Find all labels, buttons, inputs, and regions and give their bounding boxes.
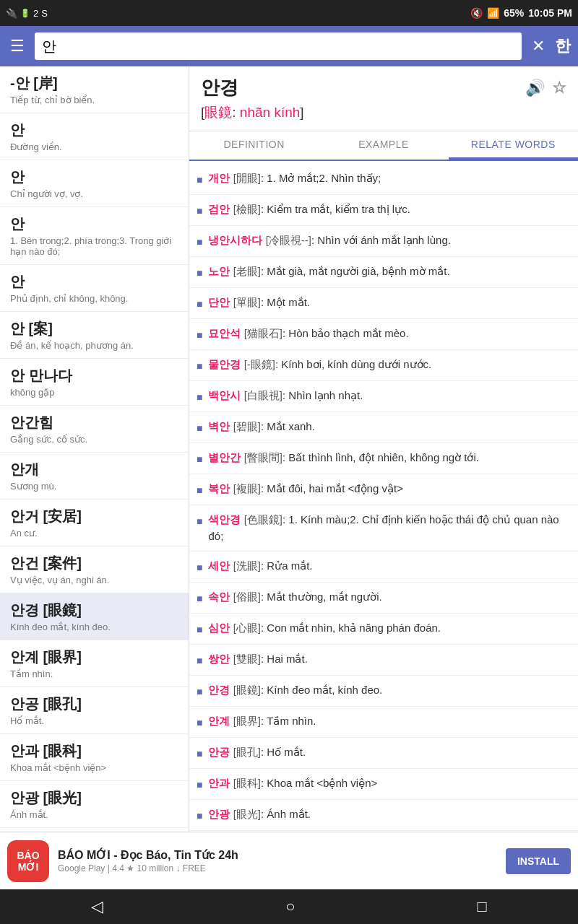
sidebar-item-9[interactable]: 안거 [安居] An cư. [0,500,189,546]
sidebar-word-6: 안 만나다 [10,366,178,385]
sidebar-item-5[interactable]: 안 [案] Đề án, kế hoạch, phương án. [0,312,189,359]
sidebar-def-15: Ánh mắt. [10,809,178,820]
bullet-icon: ■ [197,421,202,436]
content-phonetic: [眼鏡: nhãn kính] [201,103,566,128]
list-item: ■ 벽안 [碧眼]: Mắt xanh. [189,412,578,443]
sidebar-def-0: Tiếp từ, chỉ bờ biển. [10,95,178,105]
sidebar-word-14: 안과 [眼科] [10,741,178,761]
entry-hanja: [檢眼] [233,203,261,215]
sidebar-item-10[interactable]: 안건 [案件] Vụ việc, vụ án, nghi án. [0,546,189,593]
language-button[interactable]: 한 [555,35,571,57]
sidebar-def-8: Sương mù. [10,481,178,492]
sidebar-item-12[interactable]: 안계 [眼界] Tầm nhìn. [0,640,189,687]
sidebar-item-15[interactable]: 안광 [眼光] Ánh mắt. [0,781,189,828]
entry-word: 묘안석 [208,327,241,339]
tab-relate-words[interactable]: RELATE WORDS [449,131,578,160]
entry-word: 물안경 [208,358,241,370]
list-item: ■ 별안간 [瞥眼間]: Bất thình lình, đột nhiên, … [189,443,578,474]
list-item: ■ 세안 [洗眼]: Rửa mắt. [189,552,578,583]
bullet-icon: ■ [197,684,202,699]
entry-word: 쌍안 [208,653,230,665]
tab-definition[interactable]: DEFINITION [189,131,319,160]
entry-hanja: [眼界] [233,715,261,727]
status-bar: 🔌 🔋 2 S 🔇 📶 65% 10:05 PM [0,0,578,26]
list-item: ■ 안광 [眼光]: Ánh mắt. [189,800,578,831]
entry-hanja: [碧眼] [233,420,261,432]
sidebar-word-5: 안 [案] [10,319,178,339]
sidebar-def-9: An cư. [10,528,178,539]
search-input[interactable] [35,32,522,60]
bullet-icon: ■ [197,591,202,606]
sidebar-word-10: 안건 [案件] [10,554,178,573]
home-button[interactable]: ○ [271,892,309,922]
entry-word: 안광 [208,808,230,820]
entry-hanja: [眼科] [233,777,261,789]
entry-hanja: [瞥眼間] [244,451,282,463]
content-header: 안경 🔊 ☆ [眼鏡: nhãn kính] [189,66,578,131]
recents-button[interactable]: □ [463,892,501,922]
tab-example[interactable]: EXAMPLE [319,131,448,160]
sidebar-item-7[interactable]: 안간힘 Gắng sức, cố sức. [0,406,189,453]
clear-button[interactable]: ✕ [529,34,548,58]
list-item: ■ 쌍안 [雙眼]: Hai mắt. [189,645,578,676]
sidebar-item-4[interactable]: 안 Phủ định, chỉ không, không. [0,265,189,312]
bullet-icon: ■ [197,653,202,668]
sidebar-item-8[interactable]: 안개 Sương mù. [0,453,189,500]
sidebar-word-11: 안경 [眼鏡] [10,601,178,620]
sidebar-item-1[interactable]: 안 Đường viền. [0,113,189,160]
speaker-icon[interactable]: 🔊 [525,79,545,97]
status-number: 2 [33,8,38,19]
bullet-icon: ■ [197,777,202,793]
mute-icon: 🔇 [470,7,483,19]
list-item: ■ 묘안석 [猫眼石]: Hòn bảo thạch mắt mèo. [189,319,578,350]
list-item: ■ 개안 [開眼]: 1. Mở mắt;2. Nhìn thấy; [189,164,578,195]
entry-word: 안과 [208,777,230,789]
star-icon[interactable]: ☆ [552,79,566,97]
entry-word: 단안 [208,296,230,308]
list-item: ■ 물안경 [-眼鏡]: Kính bơi, kính dùng dưới nư… [189,350,578,381]
entry-word: 냉안시하다 [208,234,262,246]
entry-hanja: [複眼] [233,482,261,494]
bullet-icon: ■ [197,173,202,188]
content-title: 안경 🔊 ☆ [201,75,566,100]
list-item: ■ 노안 [老眼]: Mắt già, mắt người già, bệnh … [189,257,578,288]
entry-hanja: [冷眼視--] [266,234,311,246]
entry-word: 안경 [208,684,230,696]
sidebar-item-13[interactable]: 안공 [眼孔] Hố mắt. [0,687,189,734]
entry-word: 속안 [208,590,230,603]
sidebar-def-13: Hố mắt. [10,715,178,726]
list-item: ■ 검안 [檢眼]: Kiểm tra mắt, kiểm tra thị lự… [189,195,578,226]
bullet-icon: ■ [197,514,202,529]
sidebar-item-6[interactable]: 안 만나다 không gặp [0,359,189,406]
bullet-icon: ■ [197,359,202,374]
content-panel: 안경 🔊 ☆ [眼鏡: nhãn kính] DEFINITION EXAMPL… [189,66,578,832]
bottom-nav: ◁ ○ □ [0,889,578,924]
install-button[interactable]: INSTALL [506,848,571,874]
sidebar-item-3[interactable]: 안 1. Bên trong;2. phía trong;3. Trong gi… [0,207,189,265]
sidebar-item-2[interactable]: 안 Chỉ người vợ, vợ. [0,160,189,207]
bullet-icon: ■ [197,746,202,762]
entry-word: 심안 [208,622,230,634]
sidebar-item-11[interactable]: 안경 [眼鏡] Kính đeo mắt, kính đeo. [0,593,189,640]
sidebar-word-0: -안 [岸] [10,74,178,93]
sidebar-item-14[interactable]: 안과 [眼科] Khoa mắt <bệnh viện> [0,734,189,781]
search-bar: ☰ ✕ 한 [0,26,578,66]
sidebar-word-4: 안 [10,272,178,292]
phonetic-viet: nhãn kính [240,105,300,120]
entry-hanja: [猫眼石] [244,327,282,339]
entry-word: 벽안 [208,420,230,432]
entry-hanja: [開眼] [233,172,261,184]
ad-text: BÁO MỚI - Đọc Báo, Tin Tức 24h Google Pl… [58,848,497,873]
bullet-icon: ■ [197,808,202,824]
entry-word: 개안 [208,172,230,184]
list-item: ■ 복안 [複眼]: Mắt đôi, hai mắt <động vật> [189,474,578,505]
entry-hanja: [眼光] [233,808,261,820]
sidebar-item-0[interactable]: -안 [岸] Tiếp từ, chỉ bờ biển. [0,66,189,113]
bullet-icon: ■ [197,328,202,343]
sidebar-word-1: 안 [10,121,178,140]
back-button[interactable]: ◁ [77,892,118,922]
list-item: ■ 안공 [眼孔]: Hố mắt. [189,738,578,769]
relate-words-list: ■ 개안 [開眼]: 1. Mở mắt;2. Nhìn thấy; ■ 검안 … [189,161,578,832]
bullet-icon: ■ [197,560,202,575]
menu-button[interactable]: ☰ [7,34,27,58]
